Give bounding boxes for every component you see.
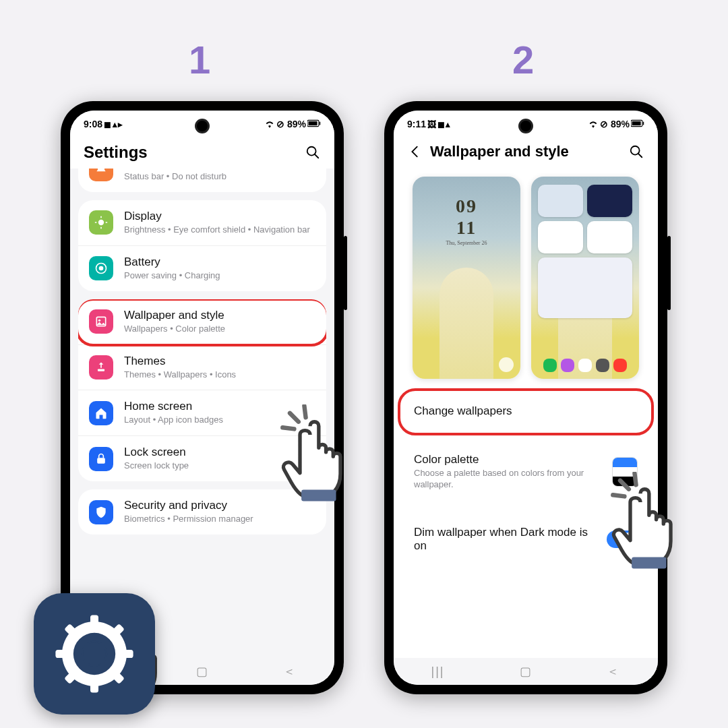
- status-bar: 9:11 🖼 ◼ ▴ ⊘ 89%: [394, 111, 658, 133]
- row-change-wallpapers[interactable]: Change wallpapers: [402, 391, 650, 431]
- row-title: Battery: [124, 255, 315, 269]
- row-title: Change wallpapers: [414, 404, 638, 418]
- row-sub: Brightness • Eye comfort shield • Naviga…: [124, 224, 315, 236]
- wallpaper-content[interactable]: 09 11 Thu, September 26: [394, 167, 658, 658]
- row-title: Themes: [124, 355, 315, 368]
- svg-line-20: [638, 154, 642, 158]
- nav-home-icon[interactable]: ▢: [196, 664, 209, 679]
- preview-lock-screen[interactable]: 09 11 Thu, September 26: [413, 177, 520, 379]
- nav-back-icon[interactable]: ＜: [607, 663, 620, 679]
- svg-rect-1: [320, 122, 321, 125]
- nav-recent-icon[interactable]: |||: [431, 665, 444, 679]
- svg-rect-18: [632, 121, 641, 125]
- row-notifications[interactable]: Notifications Status bar • Do not distur…: [78, 169, 326, 192]
- row-dim-wallpaper[interactable]: Dim wallpaper when Dark mode is on: [402, 512, 650, 566]
- camera-shortcut-icon: [499, 357, 514, 372]
- step-number-2: 2: [512, 37, 534, 82]
- palette-swatch-icon: [612, 457, 638, 487]
- lock-clock: 09 11 Thu, September 26: [413, 195, 520, 246]
- row-display[interactable]: Display Brightness • Eye comfort shield …: [78, 200, 326, 245]
- row-sub: Choose a palette based on colors from yo…: [414, 468, 603, 491]
- row-security-privacy[interactable]: Security and privacy Biometrics • Permis…: [78, 489, 326, 535]
- row-battery[interactable]: Battery Power saving • Charging: [78, 245, 326, 291]
- step-number-1: 1: [189, 37, 210, 82]
- wallpaper-icon: [89, 309, 113, 334]
- row-title: Home screen: [124, 400, 315, 413]
- status-bar: 9:08 ◼ ▴ ▸ ⊘ 89%: [70, 111, 334, 133]
- home-widgets: [538, 185, 632, 318]
- svg-rect-28: [55, 650, 68, 658]
- search-icon[interactable]: [628, 144, 644, 160]
- svg-rect-26: [90, 615, 98, 628]
- status-time: 9:11: [407, 119, 426, 129]
- status-right: ⊘ 89%: [600, 119, 630, 129]
- home-icon: [89, 401, 113, 425]
- row-sub: Themes • Wallpapers • Icons: [124, 369, 315, 381]
- wallpaper-header: Wallpaper and style: [394, 133, 658, 167]
- preview-home-screen[interactable]: [531, 177, 639, 379]
- notifications-icon: [89, 169, 113, 181]
- row-sub: Layout • App icon badges: [124, 415, 315, 426]
- status-left-icons: 🖼 ◼ ▴: [427, 119, 450, 129]
- svg-point-5: [98, 220, 104, 225]
- nav-home-icon[interactable]: ▢: [520, 664, 533, 679]
- back-icon[interactable]: [407, 144, 423, 160]
- phone-frame-2: 9:11 🖼 ◼ ▴ ⊘ 89% Wallpaper and style: [384, 101, 667, 694]
- svg-point-34: [83, 642, 106, 665]
- wifi-icon: [588, 119, 599, 130]
- row-lock-screen[interactable]: Lock screen Screen lock type: [78, 435, 326, 481]
- row-title: Display: [124, 210, 315, 223]
- row-sub: Screen lock type: [124, 460, 315, 472]
- svg-rect-29: [120, 650, 133, 658]
- battery-icon: [631, 119, 644, 129]
- row-sub: Power saving • Charging: [124, 270, 315, 282]
- security-icon: [89, 500, 113, 524]
- svg-rect-2: [309, 121, 317, 125]
- battery-icon: [307, 119, 321, 129]
- row-sub: Status bar • Do not disturb: [124, 171, 315, 183]
- nav-bar[interactable]: ||| ▢ ＜: [394, 658, 658, 685]
- status-right: ⊘ 89%: [276, 119, 306, 129]
- themes-icon: [89, 355, 113, 380]
- svg-point-13: [98, 320, 100, 322]
- svg-line-4: [315, 154, 319, 158]
- settings-list[interactable]: Notifications Status bar • Do not distur…: [70, 169, 334, 658]
- display-icon: [89, 210, 113, 235]
- home-dock: [531, 359, 639, 372]
- wallpaper-previews: 09 11 Thu, September 26: [402, 167, 650, 391]
- svg-point-11: [99, 266, 104, 271]
- status-time: 9:08: [84, 119, 102, 129]
- row-title: Dim wallpaper when Dark mode is on: [414, 526, 597, 553]
- row-title: Lock screen: [124, 446, 315, 459]
- search-icon[interactable]: [305, 144, 321, 160]
- nav-back-icon[interactable]: ＜: [283, 663, 297, 679]
- row-sub: Wallpapers • Color palette: [124, 324, 315, 335]
- status-left-icons: ◼ ▴ ▸: [104, 119, 122, 129]
- screen-2: 9:11 🖼 ◼ ▴ ⊘ 89% Wallpaper and style: [394, 111, 658, 685]
- row-sub: Biometrics • Permission manager: [124, 514, 315, 525]
- row-title: Security and privacy: [124, 499, 315, 512]
- svg-rect-17: [643, 122, 644, 125]
- settings-header: Settings: [70, 133, 334, 169]
- dim-toggle[interactable]: [607, 530, 638, 548]
- page-title: Settings: [84, 143, 298, 162]
- wifi-icon: [264, 119, 275, 130]
- row-wallpaper-style[interactable]: Wallpaper and style Wallpapers • Color p…: [78, 299, 326, 344]
- svg-rect-15: [97, 458, 105, 463]
- settings-app-icon[interactable]: [34, 593, 155, 715]
- row-color-palette[interactable]: Color palette Choose a palette based on …: [402, 439, 650, 504]
- page-title: Wallpaper and style: [430, 143, 621, 160]
- row-title: Notifications: [124, 169, 315, 170]
- battery-icon: [89, 256, 113, 280]
- lock-icon: [89, 447, 113, 471]
- row-themes[interactable]: Themes Themes • Wallpapers • Icons: [78, 344, 326, 390]
- row-title: Color palette: [414, 453, 603, 466]
- svg-rect-14: [98, 369, 104, 371]
- svg-rect-27: [90, 679, 98, 692]
- row-home-screen[interactable]: Home screen Layout • App icon badges: [78, 390, 326, 435]
- row-title: Wallpaper and style: [124, 309, 315, 322]
